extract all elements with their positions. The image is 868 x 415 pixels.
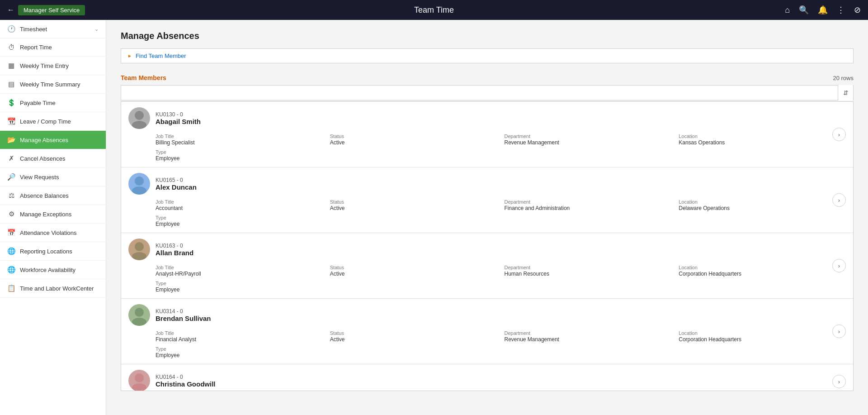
type-value: Employee bbox=[156, 221, 179, 227]
team-members-title: Team Members bbox=[121, 74, 166, 81]
member-id-name: KU0165 - 0 Alex Duncan bbox=[156, 177, 846, 191]
svg-rect-5 bbox=[132, 252, 146, 260]
status-label: Status bbox=[330, 134, 497, 139]
member-name: Allan Brand bbox=[156, 249, 846, 257]
member-id-name: KU0164 - 0 Christina Goodwill bbox=[156, 374, 846, 388]
type-label: Type bbox=[156, 215, 323, 220]
type-label: Type bbox=[156, 149, 323, 155]
detail-location: Location Delaware Operations bbox=[679, 199, 846, 211]
member-card-top: KU0314 - 0 Brendan Sullivan › bbox=[128, 304, 846, 326]
detail-type: Type Employee bbox=[156, 281, 323, 293]
detail-type: Type Employee bbox=[156, 346, 323, 358]
sidebar-item-weekly-time-summary[interactable]: ▤ Weekly Time Summary bbox=[0, 75, 106, 94]
status-value: Active bbox=[330, 205, 345, 211]
bell-icon[interactable]: 🔔 bbox=[818, 5, 828, 15]
sidebar-item-time-labor-workcenter[interactable]: 📋 Time and Labor WorkCenter bbox=[0, 279, 106, 298]
detail-department: Department Human Resources bbox=[505, 265, 672, 277]
svg-point-6 bbox=[135, 308, 144, 317]
sidebar-item-report-time[interactable]: ⏱ Report Time bbox=[0, 38, 106, 57]
status-label: Status bbox=[330, 265, 497, 270]
forbidden-icon[interactable]: ⊘ bbox=[854, 5, 861, 15]
status-label: Status bbox=[330, 330, 497, 336]
svg-rect-3 bbox=[132, 186, 146, 195]
sidebar-collapse-handle[interactable]: ▮ bbox=[106, 209, 106, 227]
sidebar-item-absence-balances[interactable]: ⚖ Absence Balances bbox=[0, 186, 106, 205]
find-team-member-link[interactable]: Find Team Member bbox=[136, 52, 186, 59]
location-label: Location bbox=[679, 134, 846, 139]
sidebar-item-label: Attendance Violations bbox=[20, 229, 99, 236]
sidebar-item-attendance-violations[interactable]: 📅 Attendance Violations bbox=[0, 224, 106, 242]
sidebar-item-manage-exceptions[interactable]: ⚙ Manage Exceptions bbox=[0, 205, 106, 224]
sidebar-item-label: Manage Exceptions bbox=[20, 211, 99, 218]
sidebar: 🕐 Timesheet ⌄ ⏱ Report Time ▦ Weekly Tim… bbox=[0, 20, 106, 415]
status-value: Active bbox=[330, 139, 345, 146]
member-nav-button[interactable]: › bbox=[832, 259, 846, 272]
page-title-center: Team Time bbox=[414, 5, 454, 15]
leave-comp-icon: 📆 bbox=[7, 117, 15, 125]
svg-rect-9 bbox=[132, 383, 146, 391]
absence-balances-icon: ⚖ bbox=[7, 191, 15, 200]
search-icon[interactable]: 🔍 bbox=[799, 5, 809, 15]
app-title[interactable]: Manager Self Service bbox=[18, 5, 85, 15]
department-label: Department bbox=[505, 134, 672, 139]
members-list-container: KU0130 - 0 Abagail Smith › Job Title Bil… bbox=[121, 101, 854, 391]
report-time-icon: ⏱ bbox=[7, 43, 15, 51]
team-members-header: Team Members 20 rows bbox=[121, 74, 854, 81]
detail-status: Status Active bbox=[330, 134, 497, 146]
reporting-locations-icon: 🌐 bbox=[7, 247, 15, 255]
view-requests-icon: 🔎 bbox=[7, 173, 15, 181]
sidebar-item-label: Report Time bbox=[20, 44, 99, 51]
timesheet-icon: 🕐 bbox=[7, 25, 15, 33]
detail-status: Status Active bbox=[330, 199, 497, 211]
job-title-value: Billing Specialist bbox=[156, 139, 195, 146]
sidebar-item-label: Absence Balances bbox=[20, 192, 99, 199]
member-nav-button[interactable]: › bbox=[832, 324, 846, 338]
detail-job-title: Job Title Financial Analyst bbox=[156, 330, 323, 343]
member-nav-button[interactable]: › bbox=[832, 193, 846, 207]
member-details: Job Title Analyst-HR/Payroll Status Acti… bbox=[128, 265, 846, 293]
sidebar-item-label: Timesheet bbox=[20, 26, 90, 33]
sidebar-item-reporting-locations[interactable]: 🌐 Reporting Locations bbox=[0, 242, 106, 261]
cancel-absences-icon: ✗ bbox=[7, 154, 15, 162]
avatar bbox=[128, 239, 150, 260]
member-id: KU0164 - 0 bbox=[156, 374, 846, 380]
department-value: Human Resources bbox=[505, 271, 549, 277]
svg-rect-1 bbox=[132, 121, 146, 129]
sidebar-item-label: Manage Absences bbox=[20, 137, 99, 143]
workforce-icon: 🌐 bbox=[7, 266, 15, 274]
member-name: Alex Duncan bbox=[156, 183, 846, 191]
job-title-value: Accountant bbox=[156, 205, 183, 211]
avatar bbox=[128, 107, 150, 129]
sidebar-item-cancel-absences[interactable]: ✗ Cancel Absences bbox=[0, 149, 106, 168]
member-nav-button[interactable]: › bbox=[832, 375, 846, 388]
detail-department: Department Revenue Management bbox=[505, 134, 672, 146]
sidebar-item-payable-time[interactable]: 💲 Payable Time bbox=[0, 94, 106, 112]
member-card-top: KU0165 - 0 Alex Duncan › bbox=[128, 173, 846, 195]
sidebar-item-view-requests[interactable]: 🔎 View Requests bbox=[0, 168, 106, 186]
manage-absences-icon: 📂 bbox=[7, 136, 15, 144]
back-arrow-icon[interactable]: ← bbox=[7, 6, 14, 14]
find-team-member-bar[interactable]: ► Find Team Member bbox=[121, 48, 854, 63]
home-icon[interactable]: ⌂ bbox=[785, 5, 790, 15]
member-nav-button[interactable]: › bbox=[832, 128, 846, 141]
member-id-name: KU0163 - 0 Allan Brand bbox=[156, 243, 846, 257]
sidebar-item-leave-comp-time[interactable]: 📆 Leave / Comp Time bbox=[0, 112, 106, 131]
sidebar-item-manage-absences[interactable]: 📂 Manage Absences bbox=[0, 131, 106, 149]
sidebar-item-label: Cancel Absences bbox=[20, 155, 99, 162]
sidebar-item-label: Payable Time bbox=[20, 100, 99, 106]
member-details: Job Title Accountant Status Active Depar… bbox=[128, 199, 846, 227]
sort-button[interactable]: ⇵ bbox=[838, 85, 853, 100]
filter-input[interactable] bbox=[121, 90, 838, 96]
svg-point-4 bbox=[135, 242, 144, 251]
sidebar-item-weekly-time-entry[interactable]: ▦ Weekly Time Entry bbox=[0, 57, 106, 75]
department-value: Revenue Management bbox=[505, 336, 559, 343]
more-icon[interactable]: ⋮ bbox=[837, 5, 845, 15]
department-value: Finance and Administration bbox=[505, 205, 570, 211]
sidebar-item-workforce-availability[interactable]: 🌐 Workforce Availability bbox=[0, 261, 106, 279]
status-value: Active bbox=[330, 271, 345, 277]
manage-exceptions-icon: ⚙ bbox=[7, 210, 15, 218]
member-name: Brendan Sullivan bbox=[156, 315, 846, 322]
table-row: KU0165 - 0 Alex Duncan › Job Title Accou… bbox=[121, 167, 853, 233]
sidebar-item-timesheet[interactable]: 🕐 Timesheet ⌄ bbox=[0, 20, 106, 38]
job-title-label: Job Title bbox=[156, 134, 323, 139]
